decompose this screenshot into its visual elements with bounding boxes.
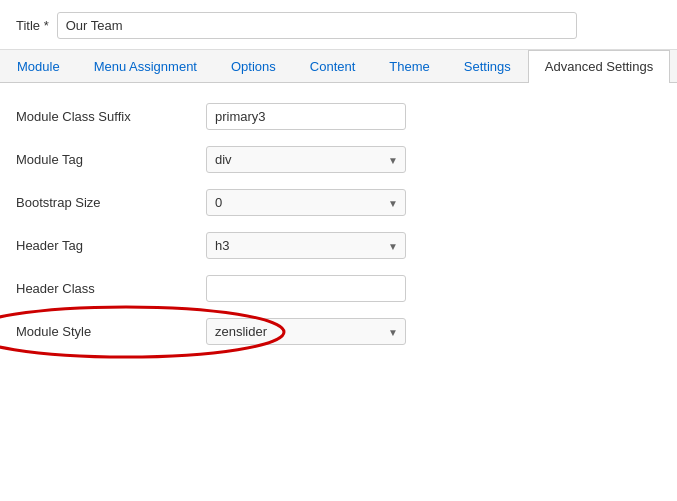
- tab-advanced-settings[interactable]: Advanced Settings: [528, 50, 670, 83]
- module-class-suffix-input[interactable]: [206, 103, 406, 130]
- header-tag-select-wrapper: h1 h2 h3 h4 ▼: [206, 232, 406, 259]
- header-class-label: Header Class: [16, 281, 206, 296]
- tab-options[interactable]: Options: [214, 50, 293, 82]
- header-class-input[interactable]: [206, 275, 406, 302]
- module-tag-select[interactable]: div section article: [206, 146, 406, 173]
- header-tag-select[interactable]: h1 h2 h3 h4: [206, 232, 406, 259]
- bootstrap-size-row: Bootstrap Size 0 1 2 ▼: [16, 189, 661, 216]
- header-class-row: Header Class: [16, 275, 661, 302]
- form-content: Module Class Suffix Module Tag div secti…: [0, 83, 677, 381]
- header-tag-label: Header Tag: [16, 238, 206, 253]
- title-label: Title *: [16, 18, 49, 33]
- bootstrap-size-select-wrapper: 0 1 2 ▼: [206, 189, 406, 216]
- bootstrap-size-select[interactable]: 0 1 2: [206, 189, 406, 216]
- module-style-select[interactable]: zenslider default none xhtml html5 outli…: [206, 318, 406, 345]
- module-class-suffix-row: Module Class Suffix: [16, 103, 661, 130]
- tab-content[interactable]: Content: [293, 50, 373, 82]
- module-style-row: Module Style zenslider default none xhtm…: [16, 318, 661, 345]
- title-input[interactable]: [57, 12, 577, 39]
- module-class-suffix-label: Module Class Suffix: [16, 109, 206, 124]
- header-tag-row: Header Tag h1 h2 h3 h4 ▼: [16, 232, 661, 259]
- bootstrap-size-label: Bootstrap Size: [16, 195, 206, 210]
- module-tag-select-wrapper: div section article ▼: [206, 146, 406, 173]
- tab-theme[interactable]: Theme: [372, 50, 446, 82]
- tabs-bar: Module Menu Assignment Options Content T…: [0, 50, 677, 83]
- module-style-select-wrapper: zenslider default none xhtml html5 outli…: [206, 318, 406, 345]
- module-tag-row: Module Tag div section article ▼: [16, 146, 661, 173]
- tab-menu-assignment[interactable]: Menu Assignment: [77, 50, 214, 82]
- title-row: Title *: [0, 0, 677, 50]
- module-style-label: Module Style: [16, 324, 206, 339]
- tab-module[interactable]: Module: [0, 50, 77, 82]
- tab-settings[interactable]: Settings: [447, 50, 528, 82]
- module-tag-label: Module Tag: [16, 152, 206, 167]
